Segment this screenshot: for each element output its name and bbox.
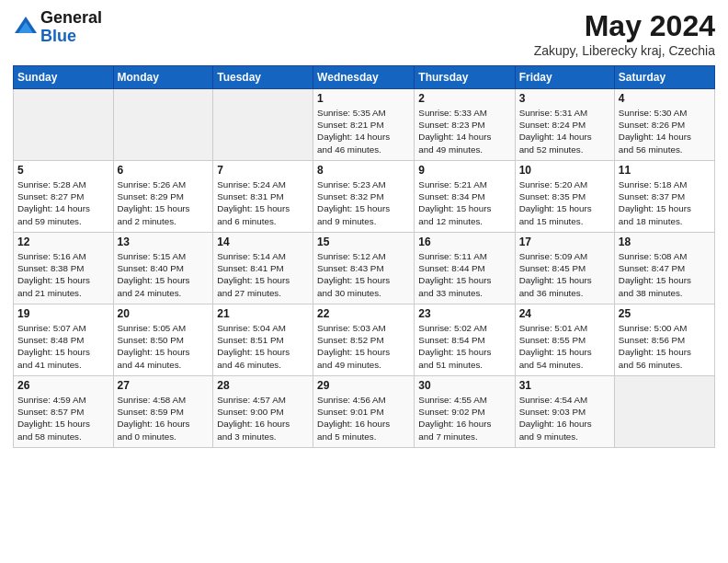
day-info: Sunrise: 5:23 AMSunset: 8:32 PMDaylight:… xyxy=(317,178,410,227)
day-number: 29 xyxy=(317,379,410,392)
day-info: Sunrise: 5:12 AMSunset: 8:43 PMDaylight:… xyxy=(317,250,410,299)
calendar-cell: 16Sunrise: 5:11 AMSunset: 8:44 PMDayligh… xyxy=(415,233,515,304)
weekday-header-friday: Friday xyxy=(515,66,614,89)
weekday-header-wednesday: Wednesday xyxy=(313,66,415,89)
logo-general-text: General xyxy=(40,9,102,28)
calendar-week-5: 26Sunrise: 4:59 AMSunset: 8:57 PMDayligh… xyxy=(14,376,715,448)
day-number: 14 xyxy=(217,236,309,248)
location: Zakupy, Liberecky kraj, Czechia xyxy=(534,43,715,58)
day-info: Sunrise: 5:33 AMSunset: 8:23 PMDaylight:… xyxy=(418,107,510,155)
calendar-cell: 10Sunrise: 5:20 AMSunset: 8:35 PMDayligh… xyxy=(515,161,614,233)
calendar-table: SundayMondayTuesdayWednesdayThursdayFrid… xyxy=(13,65,715,448)
calendar-cell: 13Sunrise: 5:15 AMSunset: 8:40 PMDayligh… xyxy=(113,233,213,304)
day-number: 16 xyxy=(418,236,510,248)
day-number: 10 xyxy=(519,164,610,177)
calendar-cell xyxy=(614,376,714,448)
weekday-header-saturday: Saturday xyxy=(614,66,714,89)
logo-blue-text: Blue xyxy=(40,28,102,46)
day-number: 27 xyxy=(118,379,210,392)
day-number: 19 xyxy=(17,307,109,320)
day-number: 4 xyxy=(619,92,711,105)
day-info: Sunrise: 5:21 AMSunset: 8:34 PMDaylight:… xyxy=(418,178,510,227)
day-number: 18 xyxy=(619,236,711,248)
day-info: Sunrise: 4:56 AMSunset: 9:01 PMDaylight:… xyxy=(317,394,410,442)
day-number: 25 xyxy=(619,307,711,320)
calendar-cell: 14Sunrise: 5:14 AMSunset: 8:41 PMDayligh… xyxy=(213,233,313,304)
calendar-cell: 26Sunrise: 4:59 AMSunset: 8:57 PMDayligh… xyxy=(14,376,114,448)
day-number: 6 xyxy=(118,164,210,177)
day-info: Sunrise: 4:57 AMSunset: 9:00 PMDaylight:… xyxy=(217,394,309,442)
title-block: May 2024 Zakupy, Liberecky kraj, Czechia xyxy=(534,9,715,58)
calendar-week-1: 1Sunrise: 5:35 AMSunset: 8:21 PMDaylight… xyxy=(14,89,715,161)
day-number: 1 xyxy=(317,92,410,105)
weekday-header-thursday: Thursday xyxy=(415,66,515,89)
day-info: Sunrise: 4:54 AMSunset: 9:03 PMDaylight:… xyxy=(519,394,610,442)
day-info: Sunrise: 5:02 AMSunset: 8:54 PMDaylight:… xyxy=(418,322,510,371)
calendar-cell: 2Sunrise: 5:33 AMSunset: 8:23 PMDaylight… xyxy=(415,89,515,161)
day-number: 30 xyxy=(418,379,510,392)
logo-text: General Blue xyxy=(40,9,102,46)
day-info: Sunrise: 5:20 AMSunset: 8:35 PMDaylight:… xyxy=(519,178,610,227)
day-number: 23 xyxy=(418,307,510,320)
calendar-cell: 29Sunrise: 4:56 AMSunset: 9:01 PMDayligh… xyxy=(313,376,415,448)
day-number: 13 xyxy=(118,236,210,248)
day-number: 28 xyxy=(217,379,309,392)
page: General Blue May 2024 Zakupy, Liberecky … xyxy=(0,0,728,563)
calendar-cell: 22Sunrise: 5:03 AMSunset: 8:52 PMDayligh… xyxy=(313,304,415,376)
day-info: Sunrise: 5:14 AMSunset: 8:41 PMDaylight:… xyxy=(217,250,309,299)
weekday-header-sunday: Sunday xyxy=(14,66,114,89)
day-info: Sunrise: 5:09 AMSunset: 8:45 PMDaylight:… xyxy=(519,250,610,299)
calendar-cell: 11Sunrise: 5:18 AMSunset: 8:37 PMDayligh… xyxy=(614,161,714,233)
day-info: Sunrise: 5:18 AMSunset: 8:37 PMDaylight:… xyxy=(619,178,711,227)
day-info: Sunrise: 5:05 AMSunset: 8:50 PMDaylight:… xyxy=(118,322,210,371)
calendar-cell: 21Sunrise: 5:04 AMSunset: 8:51 PMDayligh… xyxy=(213,304,313,376)
day-info: Sunrise: 5:35 AMSunset: 8:21 PMDaylight:… xyxy=(317,107,410,155)
calendar-cell: 27Sunrise: 4:58 AMSunset: 8:59 PMDayligh… xyxy=(113,376,213,448)
calendar-cell: 9Sunrise: 5:21 AMSunset: 8:34 PMDaylight… xyxy=(415,161,515,233)
day-number: 15 xyxy=(317,236,410,248)
day-number: 8 xyxy=(317,164,410,177)
day-number: 5 xyxy=(17,164,109,177)
calendar-cell: 25Sunrise: 5:00 AMSunset: 8:56 PMDayligh… xyxy=(614,304,714,376)
calendar-body: 1Sunrise: 5:35 AMSunset: 8:21 PMDaylight… xyxy=(14,89,715,448)
calendar-cell: 31Sunrise: 4:54 AMSunset: 9:03 PMDayligh… xyxy=(515,376,614,448)
day-number: 9 xyxy=(418,164,510,177)
day-info: Sunrise: 5:11 AMSunset: 8:44 PMDaylight:… xyxy=(418,250,510,299)
calendar-week-4: 19Sunrise: 5:07 AMSunset: 8:48 PMDayligh… xyxy=(14,304,715,376)
day-info: Sunrise: 5:28 AMSunset: 8:27 PMDaylight:… xyxy=(17,178,109,227)
calendar-cell: 8Sunrise: 5:23 AMSunset: 8:32 PMDaylight… xyxy=(313,161,415,233)
month-year: May 2024 xyxy=(534,9,715,43)
day-info: Sunrise: 5:04 AMSunset: 8:51 PMDaylight:… xyxy=(217,322,309,371)
weekday-header-monday: Monday xyxy=(113,66,213,89)
calendar-cell xyxy=(14,89,114,161)
logo: General Blue xyxy=(13,9,102,46)
day-number: 20 xyxy=(118,307,210,320)
calendar-cell: 24Sunrise: 5:01 AMSunset: 8:55 PMDayligh… xyxy=(515,304,614,376)
day-number: 17 xyxy=(519,236,610,248)
day-number: 11 xyxy=(619,164,711,177)
day-info: Sunrise: 4:55 AMSunset: 9:02 PMDaylight:… xyxy=(418,394,510,442)
day-number: 22 xyxy=(317,307,410,320)
weekday-header-tuesday: Tuesday xyxy=(213,66,313,89)
day-number: 12 xyxy=(17,236,109,248)
day-info: Sunrise: 4:58 AMSunset: 8:59 PMDaylight:… xyxy=(118,394,210,442)
calendar-cell: 15Sunrise: 5:12 AMSunset: 8:43 PMDayligh… xyxy=(313,233,415,304)
calendar-cell: 20Sunrise: 5:05 AMSunset: 8:50 PMDayligh… xyxy=(113,304,213,376)
day-info: Sunrise: 5:31 AMSunset: 8:24 PMDaylight:… xyxy=(519,107,610,155)
calendar-cell: 7Sunrise: 5:24 AMSunset: 8:31 PMDaylight… xyxy=(213,161,313,233)
calendar-week-3: 12Sunrise: 5:16 AMSunset: 8:38 PMDayligh… xyxy=(14,233,715,304)
day-info: Sunrise: 4:59 AMSunset: 8:57 PMDaylight:… xyxy=(17,394,109,442)
calendar-header: SundayMondayTuesdayWednesdayThursdayFrid… xyxy=(14,66,715,89)
day-number: 21 xyxy=(217,307,309,320)
calendar-cell: 30Sunrise: 4:55 AMSunset: 9:02 PMDayligh… xyxy=(415,376,515,448)
calendar-cell: 3Sunrise: 5:31 AMSunset: 8:24 PMDaylight… xyxy=(515,89,614,161)
day-info: Sunrise: 5:24 AMSunset: 8:31 PMDaylight:… xyxy=(217,178,309,227)
calendar-cell: 19Sunrise: 5:07 AMSunset: 8:48 PMDayligh… xyxy=(14,304,114,376)
day-number: 3 xyxy=(519,92,610,105)
calendar-cell: 12Sunrise: 5:16 AMSunset: 8:38 PMDayligh… xyxy=(14,233,114,304)
day-info: Sunrise: 5:00 AMSunset: 8:56 PMDaylight:… xyxy=(619,322,711,371)
calendar-cell: 23Sunrise: 5:02 AMSunset: 8:54 PMDayligh… xyxy=(415,304,515,376)
day-info: Sunrise: 5:03 AMSunset: 8:52 PMDaylight:… xyxy=(317,322,410,371)
day-info: Sunrise: 5:30 AMSunset: 8:26 PMDaylight:… xyxy=(619,107,711,155)
header: General Blue May 2024 Zakupy, Liberecky … xyxy=(13,9,715,58)
